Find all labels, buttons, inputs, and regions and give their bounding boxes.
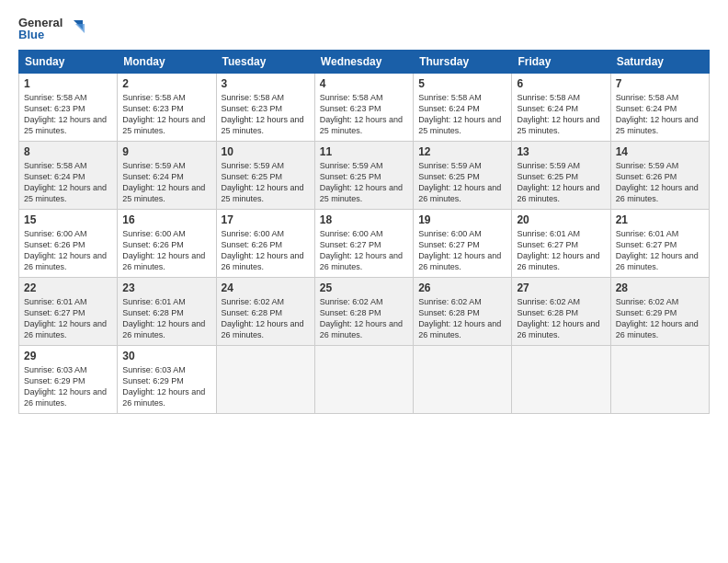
day-info: Sunrise: 5:58 AM Sunset: 6:24 PM Dayligh… (517, 92, 605, 137)
day-number: 23 (122, 282, 210, 294)
table-row: 21 Sunrise: 6:01 AM Sunset: 6:27 PM Dayl… (610, 210, 709, 278)
col-wednesday: Wednesday (314, 51, 413, 74)
table-row (314, 346, 413, 414)
day-number: 26 (418, 282, 506, 294)
day-info: Sunrise: 6:02 AM Sunset: 6:28 PM Dayligh… (418, 296, 506, 341)
day-number: 17 (222, 213, 310, 226)
table-row: 14 Sunrise: 5:59 AM Sunset: 6:26 PM Dayl… (610, 142, 709, 210)
day-number: 25 (320, 282, 408, 294)
table-row: 5 Sunrise: 5:58 AM Sunset: 6:24 PM Dayli… (414, 74, 512, 142)
col-monday: Monday (118, 51, 216, 74)
day-info: Sunrise: 5:59 AM Sunset: 6:25 PM Dayligh… (418, 160, 506, 205)
day-info: Sunrise: 6:01 AM Sunset: 6:27 PM Dayligh… (616, 228, 704, 273)
day-info: Sunrise: 5:58 AM Sunset: 6:24 PM Dayligh… (24, 160, 112, 205)
day-number: 11 (320, 145, 408, 158)
table-row: 18 Sunrise: 6:00 AM Sunset: 6:27 PM Dayl… (314, 210, 413, 278)
table-row: 27 Sunrise: 6:02 AM Sunset: 6:28 PM Dayl… (512, 278, 610, 346)
table-row: 19 Sunrise: 6:00 AM Sunset: 6:27 PM Dayl… (414, 210, 512, 278)
table-row (414, 346, 512, 414)
day-info: Sunrise: 6:02 AM Sunset: 6:29 PM Dayligh… (616, 296, 704, 341)
table-row: 2 Sunrise: 5:58 AM Sunset: 6:23 PM Dayli… (118, 74, 216, 142)
day-number: 30 (122, 350, 210, 362)
day-number: 22 (24, 282, 112, 294)
day-info: Sunrise: 5:58 AM Sunset: 6:23 PM Dayligh… (24, 92, 112, 137)
day-number: 28 (616, 282, 704, 294)
table-row: 8 Sunrise: 5:58 AM Sunset: 6:24 PM Dayli… (19, 142, 118, 210)
day-info: Sunrise: 5:58 AM Sunset: 6:23 PM Dayligh… (122, 92, 210, 137)
day-info: Sunrise: 5:58 AM Sunset: 6:24 PM Dayligh… (418, 92, 506, 137)
table-row: 13 Sunrise: 5:59 AM Sunset: 6:25 PM Dayl… (512, 142, 610, 210)
day-info: Sunrise: 6:02 AM Sunset: 6:28 PM Dayligh… (320, 296, 408, 341)
calendar-table: Sunday Monday Tuesday Wednesday Thursday… (18, 50, 710, 414)
table-row: 6 Sunrise: 5:58 AM Sunset: 6:24 PM Dayli… (512, 74, 610, 142)
table-row: 24 Sunrise: 6:02 AM Sunset: 6:28 PM Dayl… (216, 278, 314, 346)
day-info: Sunrise: 5:58 AM Sunset: 6:24 PM Dayligh… (616, 92, 704, 137)
day-number: 5 (418, 77, 506, 90)
day-number: 15 (24, 213, 112, 226)
table-row: 17 Sunrise: 6:00 AM Sunset: 6:26 PM Dayl… (216, 210, 314, 278)
day-info: Sunrise: 6:00 AM Sunset: 6:27 PM Dayligh… (320, 228, 408, 273)
table-row: 9 Sunrise: 5:59 AM Sunset: 6:24 PM Dayli… (118, 142, 216, 210)
day-number: 3 (222, 77, 310, 90)
day-number: 8 (24, 145, 112, 158)
day-number: 14 (616, 145, 704, 158)
logo: General Blue (18, 17, 86, 40)
table-row (216, 346, 314, 414)
day-number: 18 (320, 213, 408, 226)
day-number: 1 (24, 77, 112, 90)
table-row: 10 Sunrise: 5:59 AM Sunset: 6:25 PM Dayl… (216, 142, 314, 210)
day-number: 21 (616, 213, 704, 226)
table-row: 20 Sunrise: 6:01 AM Sunset: 6:27 PM Dayl… (512, 210, 610, 278)
calendar-week-row: 15 Sunrise: 6:00 AM Sunset: 6:26 PM Dayl… (19, 210, 710, 278)
col-friday: Friday (512, 51, 610, 74)
table-row: 26 Sunrise: 6:02 AM Sunset: 6:28 PM Dayl… (414, 278, 512, 346)
day-number: 4 (320, 77, 408, 90)
table-row: 15 Sunrise: 6:00 AM Sunset: 6:26 PM Dayl… (19, 210, 118, 278)
day-info: Sunrise: 5:58 AM Sunset: 6:23 PM Dayligh… (222, 92, 310, 137)
col-tuesday: Tuesday (216, 51, 314, 74)
svg-marker-1 (75, 24, 85, 33)
day-number: 6 (517, 77, 605, 90)
table-row: 7 Sunrise: 5:58 AM Sunset: 6:24 PM Dayli… (610, 74, 709, 142)
day-info: Sunrise: 5:59 AM Sunset: 6:25 PM Dayligh… (222, 160, 310, 205)
day-info: Sunrise: 5:59 AM Sunset: 6:26 PM Dayligh… (616, 160, 704, 205)
day-number: 20 (517, 213, 605, 226)
day-number: 10 (222, 145, 310, 158)
table-row: 16 Sunrise: 6:00 AM Sunset: 6:26 PM Dayl… (118, 210, 216, 278)
day-info: Sunrise: 6:01 AM Sunset: 6:27 PM Dayligh… (517, 228, 605, 273)
day-info: Sunrise: 5:58 AM Sunset: 6:23 PM Dayligh… (320, 92, 408, 137)
table-row: 4 Sunrise: 5:58 AM Sunset: 6:23 PM Dayli… (314, 74, 413, 142)
day-info: Sunrise: 6:02 AM Sunset: 6:28 PM Dayligh… (222, 296, 310, 341)
calendar-week-row: 22 Sunrise: 6:01 AM Sunset: 6:27 PM Dayl… (19, 278, 710, 346)
table-row: 25 Sunrise: 6:02 AM Sunset: 6:28 PM Dayl… (314, 278, 413, 346)
table-row: 28 Sunrise: 6:02 AM Sunset: 6:29 PM Dayl… (610, 278, 709, 346)
day-number: 19 (418, 213, 506, 226)
col-saturday: Saturday (610, 51, 709, 74)
table-row: 22 Sunrise: 6:01 AM Sunset: 6:27 PM Dayl… (19, 278, 118, 346)
calendar-week-row: 8 Sunrise: 5:58 AM Sunset: 6:24 PM Dayli… (19, 142, 710, 210)
calendar-header-row: Sunday Monday Tuesday Wednesday Thursday… (19, 51, 710, 74)
calendar-week-row: 29 Sunrise: 6:03 AM Sunset: 6:29 PM Dayl… (19, 346, 710, 414)
day-number: 13 (517, 145, 605, 158)
day-info: Sunrise: 6:00 AM Sunset: 6:26 PM Dayligh… (24, 228, 112, 273)
table-row: 3 Sunrise: 5:58 AM Sunset: 6:23 PM Dayli… (216, 74, 314, 142)
table-row: 12 Sunrise: 5:59 AM Sunset: 6:25 PM Dayl… (414, 142, 512, 210)
day-info: Sunrise: 5:59 AM Sunset: 6:25 PM Dayligh… (517, 160, 605, 205)
day-number: 16 (122, 213, 210, 226)
day-info: Sunrise: 6:00 AM Sunset: 6:26 PM Dayligh… (122, 228, 210, 273)
day-info: Sunrise: 5:59 AM Sunset: 6:24 PM Dayligh… (122, 160, 210, 205)
day-info: Sunrise: 6:00 AM Sunset: 6:26 PM Dayligh… (222, 228, 310, 273)
table-row (610, 346, 709, 414)
day-number: 27 (517, 282, 605, 294)
col-sunday: Sunday (19, 51, 118, 74)
day-info: Sunrise: 6:00 AM Sunset: 6:27 PM Dayligh… (418, 228, 506, 273)
table-row (512, 346, 610, 414)
table-row: 1 Sunrise: 5:58 AM Sunset: 6:23 PM Dayli… (19, 74, 118, 142)
table-row: 23 Sunrise: 6:01 AM Sunset: 6:28 PM Dayl… (118, 278, 216, 346)
day-number: 12 (418, 145, 506, 158)
table-row: 11 Sunrise: 5:59 AM Sunset: 6:25 PM Dayl… (314, 142, 413, 210)
day-number: 9 (122, 145, 210, 158)
day-info: Sunrise: 6:01 AM Sunset: 6:28 PM Dayligh… (122, 296, 210, 341)
col-thursday: Thursday (414, 51, 512, 74)
day-info: Sunrise: 6:03 AM Sunset: 6:29 PM Dayligh… (122, 364, 210, 409)
